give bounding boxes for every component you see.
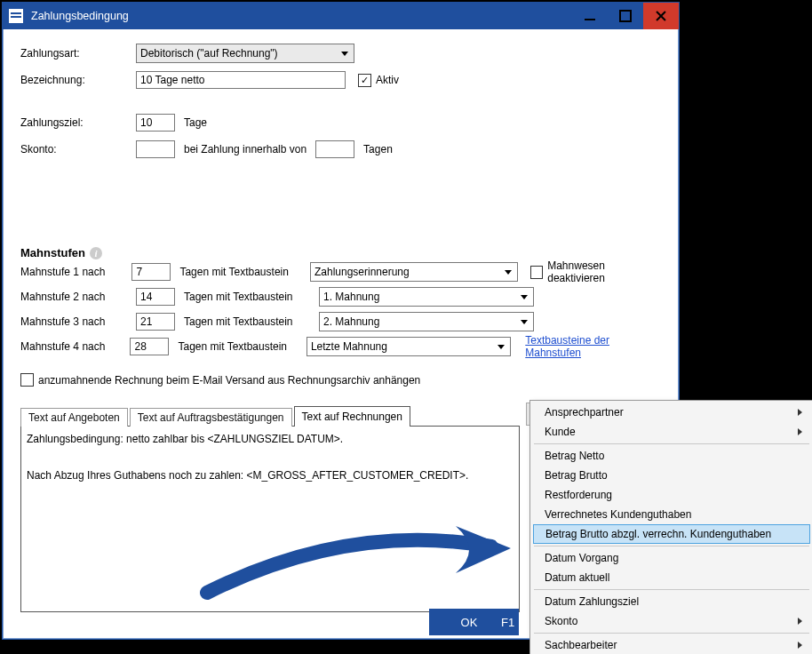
menu-item-ansprechpartner[interactable]: Ansprechpartner [532,403,811,422]
zahlungsziel-input[interactable] [136,114,175,132]
mahnstufe1-label: Mahnstufe 1 nach [20,266,131,278]
textbausteine-link[interactable]: Textbausteine der Mahnstufen [525,334,661,359]
mahnstufe2-days-input[interactable] [136,288,175,306]
mahnstufe4-template-value: Letzte Mahnung [311,340,387,353]
menu-item-datum-vorgang[interactable]: Datum Vorgang [532,548,811,568]
menu-item-kunde[interactable]: Kunde [532,422,811,442]
attach-invoice-label: anzumahnende Rechnung beim E-Mail Versan… [38,374,420,387]
mahnstufe4-tagen-label: Tagen mit Textbaustein [178,340,306,353]
menu-item-skonto[interactable]: Skonto [532,611,811,631]
attach-invoice-checkbox[interactable]: anzumahnende Rechnung beim E-Mail Versan… [20,373,420,387]
chevron-down-icon [494,339,508,354]
checkbox-icon [20,373,34,387]
mahnstufe4-label: Mahnstufe 4 nach [20,340,130,353]
menu-separator [534,443,809,444]
app-icon [3,3,29,29]
window-title: Zahlungsbedingung [29,10,572,22]
maximize-button[interactable] [608,3,643,29]
invoice-text-area[interactable]: Zahlungsbedingung: netto zahlbar bis <ZA… [20,426,520,612]
menu-item-restforderung[interactable]: Restforderung [532,485,811,505]
mahnstufe1-tagen-label: Tagen mit Textbaustein [179,266,310,278]
menu-separator [534,589,809,590]
bezeichnung-input[interactable] [136,71,346,89]
ok-button[interactable]: OK [429,609,509,635]
zahlungsziel-label: Zahlungsziel: [20,116,136,129]
mahnstufe3-template-value: 2. Mahnung [323,315,379,328]
skonto-days-input[interactable] [315,140,354,158]
tab-angebote[interactable]: Text auf Angeboten [20,408,128,427]
mahnstufe2-label: Mahnstufe 2 nach [20,291,136,303]
mahnstufe4-template-select[interactable]: Letzte Mahnung [306,337,511,356]
mahnstufe1-template-select[interactable]: Zahlungserinnerung [310,262,518,282]
abort-button-partial[interactable]: F1 [501,609,519,635]
titlebar: Zahlungsbedingung [3,3,679,29]
checkbox-icon [358,74,371,87]
mahnwesen-deaktivieren-label: Mahnwesen deaktivieren [547,259,661,284]
mahnstufe4-days-input[interactable] [130,338,169,355]
mahnstufe3-label: Mahnstufe 3 nach [20,315,136,328]
mahnstufen-heading: Mahnstufen [20,246,85,259]
skonto-label: Skonto: [20,143,136,156]
variable-context-menu: Ansprechpartner Kunde Betrag Netto Betra… [529,400,812,654]
skonto-suffix: Tagen [363,143,393,156]
menu-item-brutto-abzgl-guthaben[interactable]: Betrag Brutto abzgl. verrechn. Kundengut… [533,524,810,544]
zahlungsart-select[interactable]: Debitorisch ("auf Rechnung") [136,44,354,63]
close-button[interactable] [643,3,679,29]
minimize-button[interactable] [572,3,608,29]
tab-rechnungen[interactable]: Text auf Rechnungen [294,406,410,427]
mahnstufe2-template-value: 1. Mahnung [323,291,379,303]
skonto-input[interactable] [136,140,175,158]
svg-rect-1 [11,12,21,14]
bezeichnung-label: Bezeichnung: [20,74,136,86]
zahlungsart-value: Debitorisch ("auf Rechnung") [140,47,278,60]
mahnwesen-deaktivieren-checkbox[interactable]: Mahnwesen deaktivieren [530,259,661,284]
menu-item-sachbearbeiter[interactable]: Sachbearbeiter [532,635,811,654]
mahnstufe3-tagen-label: Tagen mit Textbaustein [184,315,319,328]
menu-separator [534,546,809,546]
aktiv-checkbox[interactable]: Aktiv [358,74,399,87]
menu-item-datum-zahlungsziel[interactable]: Datum Zahlungsziel [532,592,811,611]
mahnstufe3-template-select[interactable]: 2. Mahnung [319,312,534,331]
svg-rect-2 [11,16,21,18]
menu-item-betrag-netto[interactable]: Betrag Netto [532,446,811,466]
zahlungsziel-suffix: Tage [184,116,207,129]
zahlungsart-label: Zahlungsart: [20,47,136,60]
chevron-down-icon [501,265,515,279]
info-icon[interactable]: i [90,247,102,259]
mahnstufe1-days-input[interactable] [131,263,171,281]
chevron-down-icon [517,315,531,329]
mahnstufe2-tagen-label: Tagen mit Textbaustein [184,291,319,303]
chevron-down-icon [338,46,352,60]
checkbox-icon [530,266,544,279]
tab-auftragsbestaetigungen[interactable]: Text auf Auftragsbestätigungen [130,408,292,427]
skonto-mid: bei Zahlung innerhalb von [184,143,306,156]
chevron-down-icon [517,290,531,304]
menu-item-verrechnetes-guthaben[interactable]: Verrechnetes Kundenguthaben [532,505,811,524]
mahnstufe1-template-value: Zahlungserinnerung [314,266,410,278]
mahnstufe3-days-input[interactable] [136,313,175,331]
aktiv-label: Aktiv [376,74,399,86]
menu-item-betrag-brutto[interactable]: Betrag Brutto [532,466,811,485]
menu-separator [534,633,809,634]
menu-item-datum-aktuell[interactable]: Datum aktuell [532,568,811,587]
mahnstufe2-template-select[interactable]: 1. Mahnung [319,287,534,307]
